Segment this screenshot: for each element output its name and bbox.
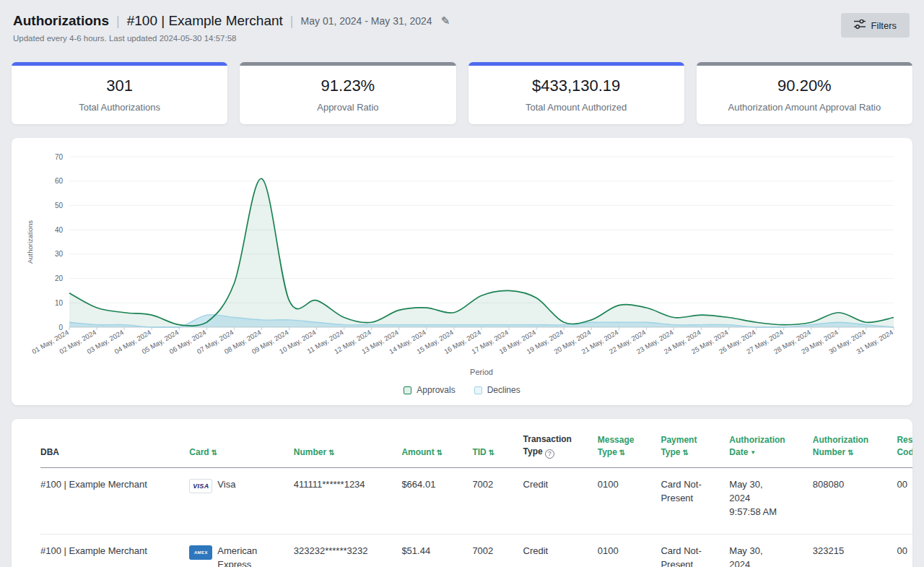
svg-text:70: 70 [55,153,64,161]
sort-icon: ⇅ [619,449,625,456]
cell-authorization-number: 808080 [813,468,897,534]
cell-response-code: 00 [897,468,912,534]
col-authorization-date[interactable]: Authorization Date▼ [729,429,813,468]
cell-number: 411111******1234 [294,468,402,534]
table-header-row: DBA Card⇅ Number⇅ Amount⇅ TID⇅ Transacti… [40,429,912,468]
last-updated-text: Updated every 4-6 hours. Last updated 20… [13,34,450,43]
col-authorization-number[interactable]: Authorization Number⇅ [813,429,897,468]
declines-swatch-icon [474,386,482,394]
cell-authorization-date: May 30, 2024 9:57:58 AM [729,468,813,534]
amex-card-icon: AMEX [189,545,212,560]
authorizations-table-panel: DBA Card⇅ Number⇅ Amount⇅ TID⇅ Transacti… [12,419,912,567]
svg-text:50: 50 [55,202,64,209]
sort-icon: ⇅ [328,449,334,456]
card-brand-label: American Express [217,545,259,567]
chart-panel: 01020304050607001 May, 202402 May, 20240… [12,138,912,405]
svg-text:30: 30 [55,250,64,258]
cell-card: AMEX American Express [189,534,293,567]
sort-icon: ⇅ [437,449,443,456]
approvals-swatch-icon [404,386,411,394]
cell-amount: $51.44 [401,534,472,567]
cell-authorization-date: May 30, 2024 9:07:09 AM [729,534,813,567]
stat-cards: 301 Total Authorizations 91.23% Approval… [12,62,912,124]
stat-accent-bar [697,62,912,66]
page: Authorizations | #100 | Example Merchant… [0,0,924,567]
stat-value: $433,130.19 [468,77,684,95]
table-row: #100 | Example Merchant VISA Visa 411111… [40,468,912,534]
legend-label: Declines [487,385,520,395]
col-card[interactable]: Card⇅ [189,429,293,468]
cell-transaction-type: Credit [523,534,598,567]
header-left: Authorizations | #100 | Example Merchant… [13,13,450,43]
cell-authorization-number: 323215 [813,534,897,567]
stat-label: Authorization Amount Approval Ratio [697,102,912,113]
stat-label: Total Amount Authorized [468,102,684,113]
cell-response-code: 00 [897,534,912,567]
filters-button-label: Filters [871,20,897,31]
svg-text:Period: Period [470,368,493,376]
stat-value: 90.20% [697,77,912,95]
cell-tid: 7002 [472,534,523,567]
svg-text:60: 60 [55,177,64,185]
stat-value: 301 [12,77,227,95]
stat-card-total-amount: $433,130.19 Total Amount Authorized [468,62,684,124]
stat-value: 91.23% [240,77,456,95]
stat-card-total-authorizations: 301 Total Authorizations [12,62,227,124]
filters-sliders-icon [854,20,866,31]
stat-card-amount-approval-ratio: 90.20% Authorization Amount Approval Rat… [697,62,912,124]
col-amount[interactable]: Amount⇅ [401,429,472,468]
stat-accent-bar [12,62,227,66]
cell-dba: #100 | Example Merchant [40,468,189,534]
help-icon[interactable]: ? [545,449,554,459]
col-number[interactable]: Number⇅ [294,429,402,468]
edit-pencil-icon[interactable]: ✎ [441,14,450,27]
svg-text:40: 40 [55,226,64,234]
filters-button[interactable]: Filters [841,13,910,38]
authorizations-table: DBA Card⇅ Number⇅ Amount⇅ TID⇅ Transacti… [40,429,912,567]
cell-amount: $664.01 [401,468,472,534]
col-message-type[interactable]: Message Type⇅ [598,429,661,468]
visa-card-icon: VISA [189,479,212,493]
card-brand-label: Visa [217,478,235,492]
title-separator: | [290,14,294,29]
merchant-name: #100 | Example Merchant [127,13,283,29]
sort-icon: ⇅ [212,449,217,456]
col-dba: DBA [40,429,189,468]
cell-message-type: 0100 [598,534,661,567]
cell-number: 323232******3232 [294,534,402,567]
legend-label: Approvals [417,385,455,395]
sort-icon: ⇅ [489,449,494,456]
svg-text:20: 20 [55,274,64,282]
legend-item-approvals[interactable]: Approvals [404,385,455,395]
stat-accent-bar [240,62,456,66]
cell-tid: 7002 [472,468,523,534]
svg-text:10: 10 [55,299,64,307]
date-range[interactable]: May 01, 2024 - May 31, 2024 [301,15,432,27]
cell-payment-type: Card Not-Present [661,534,729,567]
col-payment-type[interactable]: Payment Type⇅ [661,429,729,468]
stat-label: Total Authorizations [12,102,227,113]
authorizations-line-chart: 01020304050607001 May, 202402 May, 20240… [23,148,901,381]
page-title: Authorizations [13,13,109,29]
cell-transaction-type: Credit [523,468,598,534]
legend-item-declines[interactable]: Declines [474,385,520,395]
sort-icon: ⇅ [847,449,853,456]
cell-message-type: 0100 [598,468,661,534]
sort-icon: ⇅ [683,449,689,456]
cell-card: VISA Visa [189,468,293,534]
stat-card-approval-ratio: 91.23% Approval Ratio [240,62,456,124]
svg-text:Authorizations: Authorizations [26,220,34,264]
sort-desc-icon: ▼ [750,449,756,456]
cell-payment-type: Card Not-Present [661,468,729,534]
col-tid[interactable]: TID⇅ [472,429,523,468]
cell-dba: #100 | Example Merchant [40,534,189,567]
title-separator: | [116,14,120,29]
topbar: Authorizations | #100 | Example Merchant… [12,12,912,43]
chart-legend: Approvals Declines [23,385,901,398]
col-response-code[interactable]: Response Code⇅ [897,429,912,468]
col-transaction-type: Transaction Type? [523,429,598,468]
table-row: #100 | Example Merchant AMEX American Ex… [40,534,912,567]
stat-label: Approval Ratio [240,102,456,113]
stat-accent-bar [468,62,684,66]
